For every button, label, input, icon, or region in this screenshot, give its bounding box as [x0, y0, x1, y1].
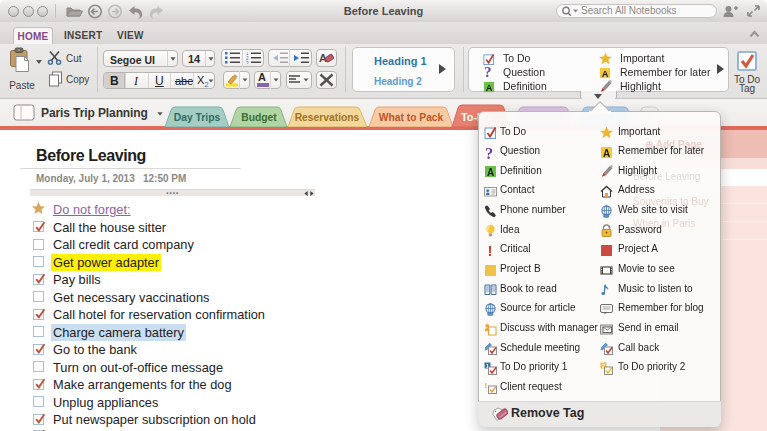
svg-text:?: ?	[485, 146, 493, 159]
svg-text:!: !	[485, 381, 488, 390]
svg-text:A: A	[486, 83, 493, 93]
svg-text:3: 3	[246, 61, 249, 65]
svg-text:A: A	[603, 147, 610, 158]
svg-text:A: A	[602, 69, 609, 79]
svg-text:Reservations: Reservations	[295, 112, 360, 123]
svg-text:Day Trips: Day Trips	[174, 112, 221, 123]
svg-text:!: !	[488, 244, 493, 257]
svg-text:Budget: Budget	[241, 112, 277, 123]
svg-text:?: ?	[484, 64, 492, 78]
svg-text:What to Pack: What to Pack	[379, 112, 444, 123]
svg-text:A: A	[487, 167, 494, 178]
